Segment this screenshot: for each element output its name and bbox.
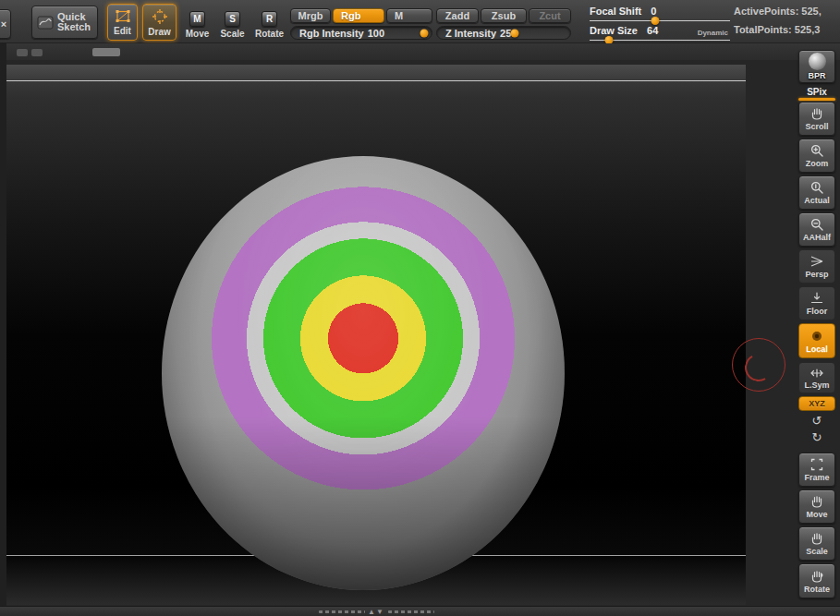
- sketch-icon: [37, 16, 54, 30]
- rotate-button[interactable]: R Rotate: [251, 7, 287, 42]
- scale-label: Scale: [220, 29, 244, 39]
- zadd-label: Zadd: [445, 10, 469, 21]
- scroll-down-icon[interactable]: ▼: [376, 608, 384, 616]
- rotate-hand-icon: [810, 569, 824, 584]
- zsub-label: Zsub: [492, 10, 516, 21]
- top-toolbar: × Quick Sketch Edit Draw M Move S: [0, 0, 840, 43]
- sidebar-button-aahalf[interactable]: AAHalf: [798, 212, 835, 247]
- scroll-grip-right[interactable]: [388, 610, 434, 613]
- local-label: Local: [806, 344, 828, 354]
- scale-letter-icon: S: [225, 11, 240, 27]
- m-button[interactable]: M: [386, 8, 432, 23]
- edit-label: Edit: [114, 26, 131, 36]
- floor-grid-icon: [810, 291, 824, 306]
- scale-shelf-label: Scale: [806, 547, 828, 556]
- move-letter-icon: M: [189, 11, 205, 27]
- focal-shift-handle[interactable]: [651, 17, 660, 25]
- frame-corners-icon: [810, 457, 824, 472]
- sidebar-button-local[interactable]: Local: [798, 323, 835, 358]
- rgb-intensity-label: Rgb Intensity: [299, 28, 364, 39]
- partial-left-button[interactable]: ×: [0, 9, 11, 39]
- zoom-magnifier-icon: [810, 143, 824, 158]
- z-intensity-handle[interactable]: [510, 29, 518, 37]
- mrgb-label: Mrgb: [298, 10, 323, 21]
- draw-button[interactable]: Draw: [142, 4, 177, 41]
- rotate-cw-icon: ↻: [812, 430, 822, 444]
- rgb-label: Rgb: [341, 10, 360, 21]
- left-edge-gutter: [0, 42, 6, 616]
- strip-segment[interactable]: [17, 49, 28, 56]
- rotate-cw-button[interactable]: ↻: [801, 430, 833, 445]
- sidebar-button-frame[interactable]: Frame: [798, 453, 835, 487]
- dynamic-label[interactable]: Dynamic: [698, 29, 728, 37]
- bottom-scroll-bar[interactable]: ▲▼: [0, 606, 840, 616]
- sidebar-button-xyz[interactable]: XYZ: [798, 396, 835, 411]
- spix-control[interactable]: SPix: [798, 87, 835, 101]
- rgb-button[interactable]: Rgb: [333, 8, 384, 23]
- move-hand-icon: [810, 494, 824, 509]
- brush-cursor: [732, 338, 785, 392]
- draw-size-slider[interactable]: Draw Size 64 Dynamic: [590, 25, 730, 41]
- zadd-button[interactable]: Zadd: [436, 8, 479, 23]
- edit-button[interactable]: Edit: [107, 4, 138, 41]
- z-intensity-slider[interactable]: Z Intensity 25: [436, 26, 571, 40]
- rotate-shelf-label: Rotate: [804, 585, 830, 594]
- zsub-button[interactable]: Zsub: [481, 8, 527, 23]
- zcut-button: Zcut: [529, 8, 571, 23]
- actual-label: Actual: [804, 196, 830, 205]
- scroll-grip-left[interactable]: [319, 610, 365, 613]
- zcut-label: Zcut: [539, 10, 560, 21]
- spix-label: SPix: [807, 87, 827, 97]
- aahalf-label: AAHalf: [803, 233, 831, 242]
- strip-segment[interactable]: [31, 49, 43, 56]
- rgb-intensity-slider[interactable]: Rgb Intensity 100: [290, 26, 432, 40]
- local-pivot-icon: [810, 329, 824, 344]
- quick-sketch-button[interactable]: Quick Sketch: [31, 6, 98, 39]
- strip-slider-segment[interactable]: [92, 48, 120, 56]
- focal-shift-slider[interactable]: Focal Shift 0: [590, 6, 730, 21]
- sidebar-button-bpr[interactable]: BPR: [798, 50, 835, 83]
- focal-shift-value: 0: [651, 6, 656, 17]
- scroll-hand-icon: [810, 106, 824, 121]
- move-button[interactable]: M Move: [182, 7, 213, 42]
- rgb-intensity-handle[interactable]: [420, 29, 429, 37]
- scroll-up-icon[interactable]: ▲: [368, 608, 376, 616]
- sidebar-button-rotate[interactable]: Rotate: [798, 563, 835, 598]
- focal-shift-label: Focal Shift: [590, 6, 641, 17]
- spix-slider-bar[interactable]: [798, 98, 835, 101]
- sidebar-button-scale[interactable]: Scale: [798, 526, 835, 561]
- sphere-model[interactable]: [162, 156, 565, 590]
- document-canvas[interactable]: [6, 65, 746, 605]
- xyz-label: XYZ: [809, 399, 825, 408]
- z-intensity-label: Z Intensity: [445, 28, 496, 39]
- bpr-label: BPR: [808, 71, 825, 80]
- sidebar-button-floor[interactable]: Floor: [798, 286, 835, 320]
- canvas-header-strip: [6, 65, 746, 80]
- draw-icon: [152, 8, 168, 25]
- scale-button[interactable]: S Scale: [217, 7, 248, 42]
- scale-hand-icon: [810, 531, 824, 546]
- sidebar-button-actual[interactable]: Actual: [798, 175, 835, 210]
- persp-lines-icon: [810, 254, 824, 269]
- focal-shift-track[interactable]: [590, 20, 730, 21]
- floor-label: Floor: [807, 307, 828, 316]
- sidebar-button-persp[interactable]: Persp: [798, 249, 835, 284]
- sidebar-button-scroll[interactable]: Scroll: [798, 102, 835, 136]
- lsym-arrows-icon: [810, 367, 824, 380]
- draw-size-value: 64: [647, 25, 658, 36]
- sidebar-button-zoom[interactable]: Zoom: [798, 139, 835, 173]
- actual-magnifier-icon: [810, 180, 824, 195]
- move-label: Move: [186, 29, 210, 39]
- bpr-sphere-icon: [809, 53, 826, 70]
- sidebar-button-lsym[interactable]: L.Sym: [798, 362, 835, 393]
- rgb-intensity-value: 100: [368, 28, 384, 39]
- zbrush-app: × Quick Sketch Edit Draw M Move S: [0, 0, 840, 616]
- scroll-nav-arrows[interactable]: ▲▼: [368, 607, 384, 616]
- mrgb-button[interactable]: Mrgb: [290, 8, 331, 23]
- sidebar-button-move[interactable]: Move: [798, 489, 835, 524]
- total-points-readout: TotalPoints: 525,3: [734, 24, 820, 35]
- m-label: M: [395, 10, 403, 21]
- rotate-ccw-button[interactable]: ↺: [801, 414, 833, 429]
- draw-label: Draw: [148, 27, 170, 37]
- persp-label: Persp: [805, 270, 828, 279]
